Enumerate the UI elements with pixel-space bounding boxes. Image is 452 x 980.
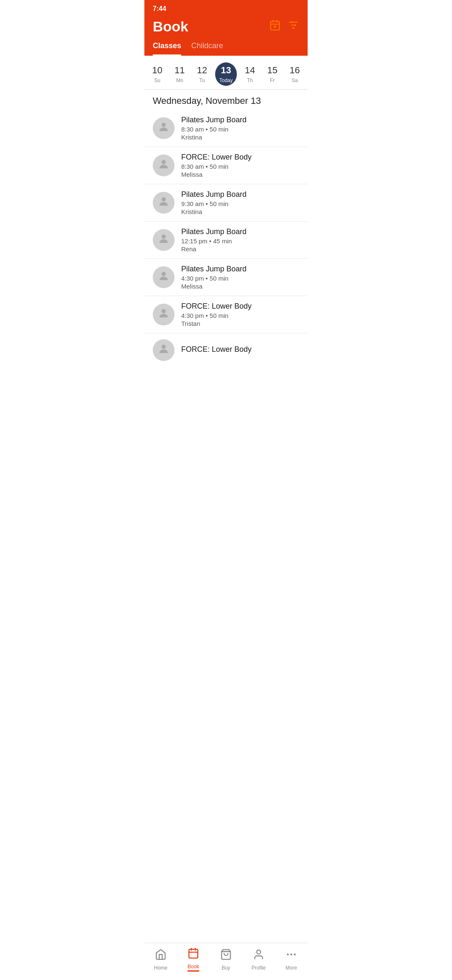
content-area: Wednesday, November 13 Pilates Jump Boar… — [144, 90, 308, 396]
avatar-6 — [153, 339, 175, 361]
class-name-3: Pilates Jump Board — [181, 227, 299, 236]
filter-icon[interactable] — [288, 19, 299, 34]
class-instructor-1: Melissa — [181, 171, 299, 178]
svg-point-11 — [162, 123, 166, 127]
class-time-4: 4:30 pm • 50 min — [181, 275, 299, 282]
class-instructor-3: Rena — [181, 245, 299, 253]
calendar-icon[interactable] — [269, 19, 281, 34]
class-item-1[interactable]: FORCE: Lower Body 8:30 am • 50 min Melis… — [144, 147, 308, 184]
day-today[interactable]: 13 Today — [215, 62, 237, 86]
day-tuesday[interactable]: 12 Tu — [193, 62, 211, 86]
calendar-section: 10 Su 11 Mo 12 Tu 13 Today 14 Th 15 Fr 1… — [144, 56, 308, 90]
class-item-6[interactable]: FORCE: Lower Body — [144, 333, 308, 363]
svg-point-8 — [290, 21, 293, 23]
class-name-2: Pilates Jump Board — [181, 190, 299, 199]
class-info-2: Pilates Jump Board 9:30 am • 50 min Kris… — [181, 190, 299, 215]
class-instructor-0: Kristina — [181, 134, 299, 141]
avatar-0 — [153, 117, 175, 139]
class-item-2[interactable]: Pilates Jump Board 9:30 am • 50 min Kris… — [144, 184, 308, 222]
svg-point-16 — [162, 309, 166, 313]
class-name-0: Pilates Jump Board — [181, 116, 299, 124]
class-list: Pilates Jump Board 8:30 am • 50 min Kris… — [144, 110, 308, 363]
day-monday[interactable]: 11 Mo — [170, 62, 189, 86]
person-icon-1 — [157, 158, 170, 173]
class-item-0[interactable]: Pilates Jump Board 8:30 am • 50 min Kris… — [144, 110, 308, 147]
class-time-0: 8:30 am • 50 min — [181, 126, 299, 133]
class-info-1: FORCE: Lower Body 8:30 am • 50 min Melis… — [181, 153, 299, 178]
class-info-4: Pilates Jump Board 4:30 pm • 50 min Meli… — [181, 265, 299, 290]
person-icon-2 — [157, 195, 170, 211]
svg-point-17 — [162, 345, 166, 349]
svg-point-13 — [162, 197, 166, 201]
avatar-4 — [153, 266, 175, 288]
class-item-3[interactable]: Pilates Jump Board 12:15 pm • 45 min Ren… — [144, 222, 308, 259]
avatar-3 — [153, 229, 175, 251]
class-instructor-2: Kristina — [181, 208, 299, 215]
days-row: 10 Su 11 Mo 12 Tu 13 Today 14 Th 15 Fr 1… — [144, 62, 308, 86]
svg-point-12 — [162, 160, 166, 164]
status-bar: 7:44 — [144, 0, 308, 15]
class-info-3: Pilates Jump Board 12:15 pm • 45 min Ren… — [181, 227, 299, 253]
page-title: Book — [153, 18, 188, 35]
day-sunday[interactable]: 10 Su — [148, 62, 167, 86]
person-icon-4 — [157, 270, 170, 285]
class-time-3: 12:15 pm • 45 min — [181, 237, 299, 245]
day-saturday[interactable]: 16 Sa — [285, 62, 304, 86]
class-time-2: 9:30 am • 50 min — [181, 200, 299, 207]
tab-childcare[interactable]: Childcare — [191, 41, 223, 56]
avatar-2 — [153, 192, 175, 214]
class-name-6: FORCE: Lower Body — [181, 345, 299, 354]
person-icon-0 — [157, 121, 170, 136]
svg-point-14 — [162, 235, 166, 239]
header-actions — [269, 19, 299, 34]
tabs-bar: Classes Childcare — [144, 41, 308, 56]
class-instructor-4: Melissa — [181, 283, 299, 290]
class-instructor-5: Tristan — [181, 320, 299, 327]
class-name-5: FORCE: Lower Body — [181, 302, 299, 311]
header: Book — [144, 15, 308, 41]
date-heading: Wednesday, November 13 — [144, 90, 308, 110]
class-name-1: FORCE: Lower Body — [181, 153, 299, 162]
day-thursday[interactable]: 14 Th — [241, 62, 259, 86]
person-icon-5 — [157, 307, 170, 322]
class-info-5: FORCE: Lower Body 4:30 pm • 50 min Trist… — [181, 302, 299, 327]
time-display: 7:44 — [153, 5, 166, 12]
class-item-4[interactable]: Pilates Jump Board 4:30 pm • 50 min Meli… — [144, 259, 308, 296]
class-info-6: FORCE: Lower Body — [181, 345, 299, 355]
class-time-1: 8:30 am • 50 min — [181, 163, 299, 170]
class-info-0: Pilates Jump Board 8:30 am • 50 min Kris… — [181, 116, 299, 141]
tab-classes[interactable]: Classes — [153, 41, 181, 56]
avatar-1 — [153, 155, 175, 176]
svg-point-4 — [274, 26, 276, 28]
class-item-5[interactable]: FORCE: Lower Body 4:30 pm • 50 min Trist… — [144, 296, 308, 333]
person-icon-3 — [157, 232, 170, 248]
class-name-4: Pilates Jump Board — [181, 265, 299, 273]
person-icon-6 — [157, 343, 170, 358]
avatar-5 — [153, 304, 175, 325]
svg-point-10 — [293, 27, 295, 29]
day-friday[interactable]: 15 Fr — [263, 62, 281, 86]
svg-point-15 — [162, 272, 166, 276]
svg-point-9 — [294, 24, 296, 26]
class-time-5: 4:30 pm • 50 min — [181, 312, 299, 319]
